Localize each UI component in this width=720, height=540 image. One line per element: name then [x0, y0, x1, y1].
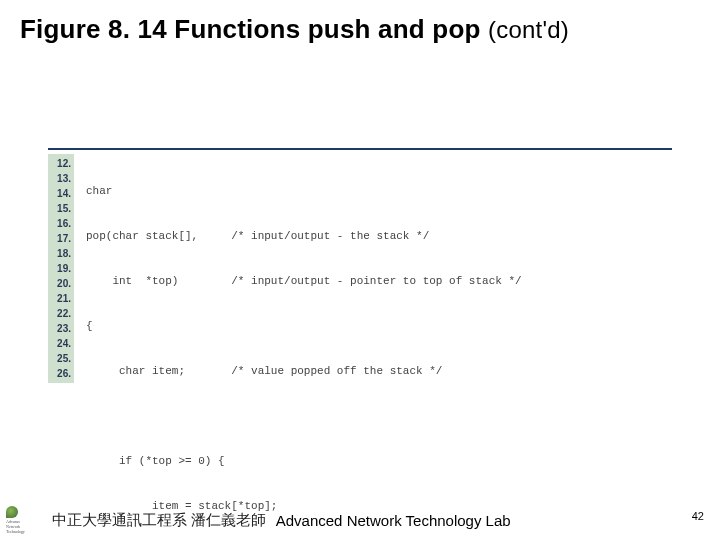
logo-line: Technology: [6, 529, 46, 534]
line-number: 25.: [48, 351, 71, 366]
code-line: {: [86, 319, 672, 334]
line-number-gutter: 12. 13. 14. 15. 16. 17. 18. 19. 20. 21. …: [48, 154, 74, 383]
page-number: 42: [692, 510, 704, 522]
line-number: 20.: [48, 276, 71, 291]
line-number: 21.: [48, 291, 71, 306]
code-line: pop(char stack[], /* input/output - the …: [86, 229, 672, 244]
line-number: 18.: [48, 246, 71, 261]
title-main: Functions push and pop: [174, 14, 480, 44]
line-number: 22.: [48, 306, 71, 321]
line-number: 17.: [48, 231, 71, 246]
footer: Advance Network Technology 中正大學通訊工程系 潘仁義…: [0, 500, 720, 540]
footer-en: Advanced Network Technology Lab: [276, 512, 511, 529]
footer-zh: 中正大學通訊工程系 潘仁義老師: [52, 511, 266, 530]
title-suffix: (cont'd): [488, 16, 569, 43]
code-body: char pop(char stack[], /* input/output -…: [74, 154, 672, 540]
slide: Figure 8. 14 Functions push and pop (con…: [0, 0, 720, 540]
code-wrap: 12. 13. 14. 15. 16. 17. 18. 19. 20. 21. …: [48, 154, 672, 540]
line-number: 15.: [48, 201, 71, 216]
top-rule: [48, 148, 672, 150]
line-number: 23.: [48, 321, 71, 336]
figure-number: Figure 8. 14: [20, 14, 167, 44]
line-number: 24.: [48, 336, 71, 351]
code-line: int *top) /* input/output - pointer to t…: [86, 274, 672, 289]
code-line: [86, 409, 672, 424]
code-line: char: [86, 184, 672, 199]
line-number: 14.: [48, 186, 71, 201]
code-line: char item; /* value popped off the stack…: [86, 364, 672, 379]
line-number: 19.: [48, 261, 71, 276]
lab-logo-icon: Advance Network Technology: [6, 505, 46, 535]
footer-text: 中正大學通訊工程系 潘仁義老師 Advanced Network Technol…: [52, 511, 511, 530]
line-number: 16.: [48, 216, 71, 231]
line-number: 13.: [48, 171, 71, 186]
line-number: 26.: [48, 366, 71, 381]
code-listing: 12. 13. 14. 15. 16. 17. 18. 19. 20. 21. …: [48, 148, 672, 540]
code-line: if (*top >= 0) {: [86, 454, 672, 469]
slide-title: Figure 8. 14 Functions push and pop (con…: [20, 14, 569, 45]
line-number: 12.: [48, 156, 71, 171]
